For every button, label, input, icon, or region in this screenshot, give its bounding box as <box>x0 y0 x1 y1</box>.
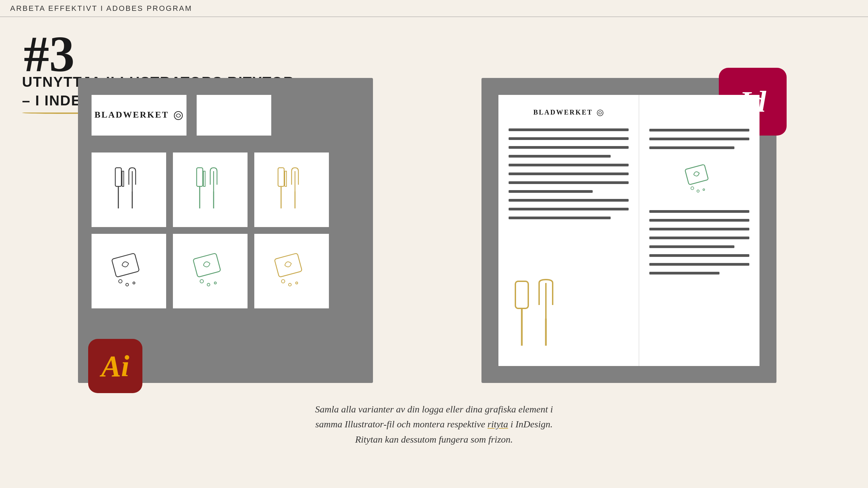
text-line <box>649 138 749 140</box>
right-panel-indesign: Id BLADWERKET <box>481 78 776 383</box>
svg-point-35 <box>597 110 603 116</box>
svg-rect-2 <box>115 168 121 186</box>
bottom-text-line1: Samla alla varianter av din logga eller … <box>281 402 587 417</box>
svg-text:#3: #3 <box>24 26 75 78</box>
text-line <box>649 254 749 257</box>
svg-point-32 <box>281 280 285 283</box>
svg-rect-3 <box>122 171 124 186</box>
ai-badge-text: Ai <box>101 349 129 383</box>
ai-badge: Ai <box>88 339 142 393</box>
svg-rect-31 <box>274 253 302 277</box>
text-line <box>509 137 629 140</box>
text-line <box>509 181 629 184</box>
underlined-rityta: rityta <box>488 419 508 429</box>
text-line <box>649 237 749 239</box>
text-line <box>649 146 734 149</box>
svg-rect-27 <box>193 253 221 277</box>
svg-rect-36 <box>515 281 528 308</box>
svg-point-33 <box>289 283 291 286</box>
left-panel-illustrator: BLADWERKET <box>78 78 373 383</box>
svg-point-43 <box>691 187 693 189</box>
text-line <box>509 146 629 149</box>
bladwerket-logo-left: BLADWERKET <box>95 110 183 121</box>
text-line <box>509 155 611 158</box>
text-line <box>509 190 593 193</box>
svg-rect-17 <box>285 171 287 186</box>
svg-point-1 <box>174 111 182 120</box>
text-line <box>649 210 749 213</box>
page-bottom-tool <box>509 278 629 352</box>
text-line <box>509 217 611 219</box>
svg-point-44 <box>697 190 699 192</box>
svg-rect-9 <box>197 168 203 186</box>
bottom-text-line3: Ritytan kan dessutom fungera som frizon. <box>281 432 587 447</box>
page-header-logo: BLADWERKET <box>509 108 629 117</box>
logo-box-blank <box>197 95 271 136</box>
svg-rect-16 <box>278 168 284 186</box>
text-line <box>649 228 749 230</box>
text-line <box>509 164 629 166</box>
icon-cell-1 <box>92 152 166 227</box>
svg-rect-42 <box>685 164 708 185</box>
icon-cell-2 <box>173 152 248 227</box>
icon-grid <box>92 152 329 308</box>
icon-cell-6 <box>254 234 329 308</box>
svg-point-25 <box>126 283 129 286</box>
svg-rect-23 <box>112 253 139 277</box>
icon-cell-4 <box>92 234 166 308</box>
text-line <box>509 208 629 210</box>
seed-icon-container <box>649 154 749 205</box>
svg-point-26 <box>133 282 135 284</box>
svg-point-29 <box>207 283 210 286</box>
text-line <box>649 219 749 222</box>
logo-row: BLADWERKET <box>92 95 271 136</box>
bottom-text: Samla alla varianter av din logga eller … <box>281 402 587 447</box>
text-line <box>649 263 749 266</box>
icon-cell-3 <box>254 152 329 227</box>
page-right-col <box>639 95 760 366</box>
svg-rect-10 <box>203 171 205 186</box>
svg-point-45 <box>703 189 705 190</box>
svg-point-34 <box>296 282 298 284</box>
text-line <box>509 199 629 202</box>
svg-point-24 <box>119 280 122 283</box>
logo-box-main: BLADWERKET <box>92 95 186 136</box>
bottom-text-line2: samma Illustrator-fil och montera respek… <box>281 417 587 432</box>
page-left-col: BLADWERKET <box>498 95 639 366</box>
text-line <box>649 272 719 274</box>
text-line <box>649 129 749 131</box>
svg-point-28 <box>200 280 203 283</box>
text-line <box>509 172 629 175</box>
top-bar-title: ARBETA EFFEKTIVT I ADOBES PROGRAM <box>10 4 192 13</box>
text-line <box>649 245 734 248</box>
svg-point-30 <box>214 282 216 284</box>
icon-cell-5 <box>173 234 248 308</box>
text-line <box>509 128 629 131</box>
indesign-page: BLADWERKET <box>498 95 760 366</box>
top-bar: ARBETA EFFEKTIVT I ADOBES PROGRAM <box>0 0 868 17</box>
